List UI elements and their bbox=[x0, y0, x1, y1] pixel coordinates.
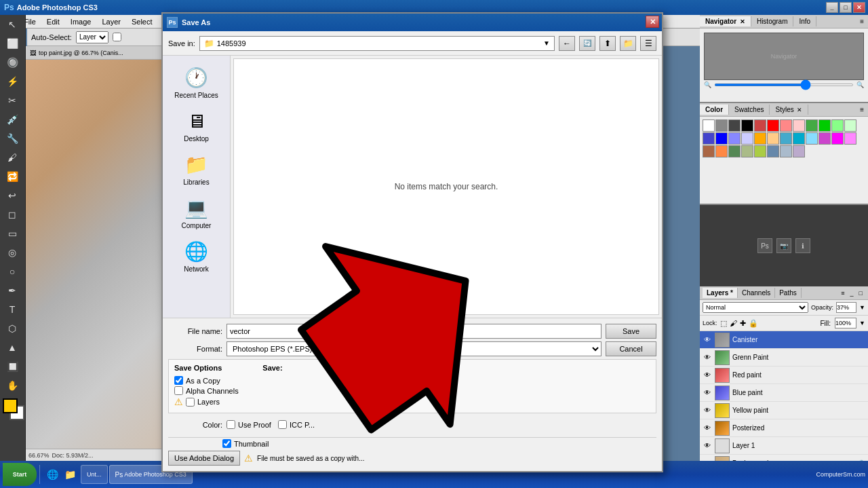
libraries-icon: 📁 bbox=[184, 152, 209, 176]
alpha-channels-row: Alpha Channels bbox=[174, 386, 239, 395]
refresh-button[interactable]: 🔄 bbox=[579, 36, 595, 51]
format-dropdown[interactable]: Photoshop EPS (*.EPS) bbox=[226, 341, 601, 356]
warning-message: File must be saved as a copy with... bbox=[257, 455, 364, 462]
computer-label: Computer bbox=[182, 222, 212, 229]
save-in-label: Save in: bbox=[168, 39, 195, 48]
file-name-row: File name: Save bbox=[168, 324, 656, 339]
no-items-message: No items match your search. bbox=[395, 182, 498, 191]
dialog-titlebar: Ps Save As ✕ bbox=[163, 14, 662, 31]
dialog-title: Save As bbox=[182, 18, 210, 26]
thumbnail-row: Thumbnail bbox=[222, 439, 656, 448]
layers-label: Layers bbox=[197, 398, 220, 406]
color-options: Use Proof ICC P... bbox=[226, 419, 315, 430]
use-proof-checkbox[interactable] bbox=[226, 420, 235, 429]
use-adobe-dialog-button[interactable]: Use Adobe Dialog bbox=[168, 451, 240, 466]
network-icon: 🌐 bbox=[184, 239, 209, 263]
color-row: Color: Use Proof ICC P... bbox=[168, 419, 656, 430]
layers-checkbox[interactable] bbox=[186, 398, 195, 407]
use-proof-label: Use Proof bbox=[238, 421, 271, 429]
save-options-left: As a Copy Alpha Channels ⚠ Layers bbox=[174, 375, 239, 409]
desktop-label: Desktop bbox=[184, 135, 209, 143]
color-label: Color: bbox=[168, 421, 222, 429]
icc-profile-row: ICC P... bbox=[278, 420, 315, 429]
sidebar-libraries[interactable]: 📁 Libraries bbox=[163, 148, 230, 190]
use-proof-row: Use Proof bbox=[226, 420, 271, 429]
icc-profile-label: ICC P... bbox=[290, 421, 315, 429]
folder-name: 1485939 bbox=[217, 39, 246, 48]
save-as-dialog: Ps Save As ✕ Save in: 📁 1485939 ▼ ← 🔄 ⬆ … bbox=[161, 12, 663, 472]
back-button[interactable]: ← bbox=[559, 36, 575, 51]
format-label: Format: bbox=[168, 345, 222, 353]
layers-row: ⚠ Layers bbox=[174, 396, 239, 407]
view-button[interactable]: ☰ bbox=[640, 36, 656, 51]
save-options-title: Save Options bbox=[174, 364, 222, 372]
sidebar-computer[interactable]: 💻 Computer bbox=[163, 191, 230, 233]
layers-warning-icon: ⚠ bbox=[174, 396, 183, 407]
network-label: Network bbox=[184, 265, 209, 273]
sidebar-network[interactable]: 🌐 Network bbox=[163, 235, 230, 277]
warning-triangle-icon: ⚠ bbox=[244, 453, 253, 464]
format-row: Format: Photoshop EPS (*.EPS) Cancel bbox=[168, 341, 656, 356]
alpha-channels-label: Alpha Channels bbox=[186, 387, 239, 395]
bottom-bar: Use Adobe Dialog ⚠ File must be saved as… bbox=[168, 451, 656, 466]
dialog-close-button[interactable]: ✕ bbox=[646, 16, 659, 28]
save-button[interactable]: Save bbox=[606, 324, 656, 339]
alpha-channels-checkbox[interactable] bbox=[174, 386, 183, 395]
save-options-content: As a Copy Alpha Channels ⚠ Layers bbox=[174, 375, 650, 409]
file-name-input[interactable] bbox=[226, 324, 601, 339]
libraries-label: Libraries bbox=[183, 179, 209, 186]
recent-places-label: Recent Places bbox=[174, 92, 218, 99]
ps-window: Ps Adobe Photoshop CS3 _ □ ✕ Ps File Edi… bbox=[0, 0, 868, 488]
recent-places-icon: 🕐 bbox=[184, 65, 209, 90]
save-options-section: Save Options Save: As a Copy Alpha Chann… bbox=[168, 359, 656, 413]
as-copy-checkbox[interactable] bbox=[174, 376, 183, 385]
computer-icon: 💻 bbox=[184, 195, 209, 220]
icc-profile-checkbox[interactable] bbox=[278, 420, 287, 429]
thumbnail-label: Thumbnail bbox=[234, 440, 269, 448]
color-section: Color: Use Proof ICC P... bbox=[168, 416, 656, 436]
new-folder-button[interactable]: 📁 bbox=[620, 36, 636, 51]
thumbnail-checkbox[interactable] bbox=[222, 439, 231, 448]
as-copy-row: As a Copy bbox=[174, 376, 239, 385]
dialog-sidebar: 🕐 Recent Places 🖥 Desktop 📁 Libraries 💻 … bbox=[163, 56, 231, 318]
file-name-label: File name: bbox=[168, 327, 222, 335]
up-folder-button[interactable]: ⬆ bbox=[599, 36, 616, 51]
dialog-overlay: Ps Save As ✕ Save in: 📁 1485939 ▼ ← 🔄 ⬆ … bbox=[0, 0, 868, 488]
as-copy-label: As a Copy bbox=[186, 377, 220, 385]
file-list-area: No items match your search. bbox=[233, 58, 659, 315]
dialog-icon: Ps bbox=[167, 17, 178, 28]
save-options-header: Save Options Save: bbox=[174, 364, 650, 375]
cancel-button[interactable]: Cancel bbox=[606, 341, 656, 356]
desktop-icon: 🖥 bbox=[184, 109, 209, 133]
save-label: Save: bbox=[262, 364, 282, 372]
dialog-toolbar: Save in: 📁 1485939 ▼ ← 🔄 ⬆ 📁 ☰ bbox=[163, 31, 662, 56]
path-dropdown-arrow[interactable]: ▼ bbox=[543, 39, 550, 47]
dialog-bottom: File name: Save Format: Photoshop EPS (*… bbox=[163, 318, 662, 471]
divider bbox=[168, 437, 656, 438]
sidebar-recent-places[interactable]: 🕐 Recent Places bbox=[163, 61, 230, 103]
save-in-path[interactable]: 📁 1485939 ▼ bbox=[199, 36, 555, 51]
dialog-body: 🕐 Recent Places 🖥 Desktop 📁 Libraries 💻 … bbox=[163, 56, 662, 318]
sidebar-desktop[interactable]: 🖥 Desktop bbox=[163, 105, 230, 147]
